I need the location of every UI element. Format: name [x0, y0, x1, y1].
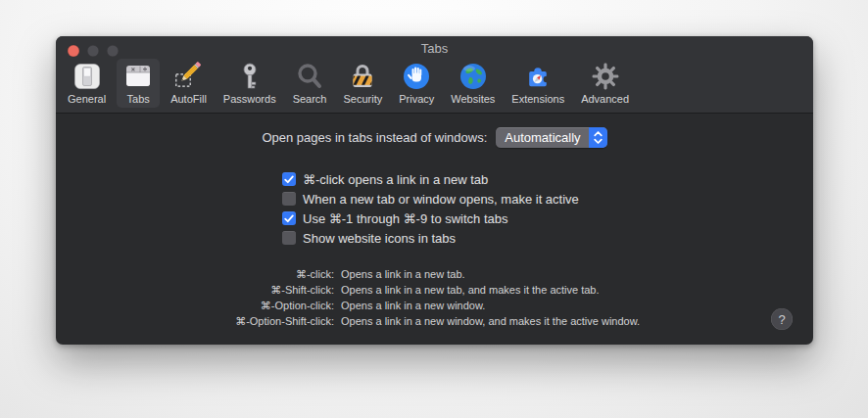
toolbar-item-label: General: [68, 93, 106, 105]
toolbar-item-label: Security: [343, 93, 382, 105]
checkbox-row[interactable]: Show website icons in tabs: [282, 230, 579, 246]
checkbox-checked-icon[interactable]: [282, 172, 296, 186]
toolbar-item-general[interactable]: General: [62, 59, 112, 108]
websites-globe-icon: [458, 61, 489, 92]
checkbox-group: ⌘-click opens a link in a new tabWhen a …: [282, 171, 579, 246]
shortcut-description: Opens a link in a new window, and makes …: [341, 315, 640, 328]
extensions-puzzle-icon: [522, 61, 554, 92]
security-lock-icon: [347, 61, 378, 92]
open-pages-popup-value: Automatically: [496, 130, 588, 145]
checkbox-label: Use ⌘-1 through ⌘-9 to switch tabs: [303, 211, 508, 226]
toolbar-item-label: Search: [293, 93, 327, 105]
passwords-key-icon: [234, 61, 265, 92]
shortcut-description: Opens a link in a new tab, and makes it …: [341, 284, 640, 297]
toolbar-item-label: Tabs: [127, 93, 150, 105]
toolbar-item-label: Privacy: [399, 93, 434, 105]
toolbar-item-tabs[interactable]: Tabs: [117, 59, 160, 108]
checkbox-row[interactable]: ⌘-click opens a link in a new tab: [282, 171, 579, 187]
checkbox-label: When a new tab or window opens, make it …: [303, 192, 579, 207]
toolbar-item-label: Passwords: [223, 93, 276, 105]
toolbar-item-label: Extensions: [511, 93, 564, 105]
shortcut-key: ⌘-Option-click:: [56, 300, 334, 312]
popup-stepper-icon: [589, 127, 607, 148]
checkbox-unchecked-icon[interactable]: [282, 192, 296, 206]
toolbar-item-security[interactable]: Security: [337, 59, 388, 108]
toolbar-item-advanced[interactable]: Advanced: [575, 59, 635, 108]
toolbar-item-label: Advanced: [581, 93, 629, 105]
open-pages-popup-button[interactable]: Automatically: [496, 127, 606, 148]
checkbox-label: Show website icons in tabs: [303, 231, 456, 246]
checkbox-row[interactable]: When a new tab or window opens, make it …: [282, 191, 579, 207]
toolbar: GeneralTabsAutoFillPasswordsSearchSecuri…: [62, 59, 635, 108]
shortcut-description: Opens a link in a new window.: [341, 300, 640, 312]
toolbar-item-websites[interactable]: Websites: [445, 59, 501, 108]
search-magnifier-icon: [294, 61, 325, 92]
open-pages-label: Open pages in tabs instead of windows:: [262, 130, 487, 145]
tabs-window-icon: [122, 61, 154, 92]
open-pages-row: Open pages in tabs instead of windows: A…: [56, 127, 813, 148]
toolbar-item-privacy[interactable]: Privacy: [393, 59, 440, 108]
toolbar-item-autofill[interactable]: AutoFill: [165, 59, 213, 108]
shortcut-key: ⌘-Option-Shift-click:: [56, 315, 334, 328]
autofill-pencil-icon: [172, 61, 204, 92]
toolbar-item-label: AutoFill: [170, 93, 207, 105]
help-button[interactable]: ?: [771, 308, 793, 330]
tabs-pane: Open pages in tabs instead of windows: A…: [56, 115, 813, 345]
toolbar-item-label: Websites: [451, 93, 495, 105]
checkbox-unchecked-icon[interactable]: [282, 231, 296, 245]
advanced-gear-icon: [590, 61, 621, 92]
checkbox-row[interactable]: Use ⌘-1 through ⌘-9 to switch tabs: [282, 210, 579, 226]
titlebar[interactable]: Tabs GeneralTabsAutoFillPasswordsSearchS…: [56, 36, 813, 114]
general-switch-icon: [72, 61, 103, 92]
shortcut-description: Opens a link in a new tab.: [341, 268, 640, 281]
window-title: Tabs: [56, 41, 813, 56]
toolbar-item-search[interactable]: Search: [287, 59, 333, 108]
shortcut-key: ⌘-click:: [56, 268, 334, 281]
checkbox-label: ⌘-click opens a link in a new tab: [303, 172, 488, 187]
shortcut-help-list: ⌘-click:Opens a link in a new tab.⌘-Shif…: [56, 268, 640, 328]
toolbar-item-extensions[interactable]: Extensions: [506, 59, 570, 108]
privacy-hand-icon: [401, 61, 432, 92]
checkbox-checked-icon[interactable]: [282, 211, 296, 225]
shortcut-key: ⌘-Shift-click:: [56, 284, 334, 297]
preferences-window: Tabs GeneralTabsAutoFillPasswordsSearchS…: [56, 36, 813, 345]
toolbar-item-passwords[interactable]: Passwords: [217, 59, 282, 108]
